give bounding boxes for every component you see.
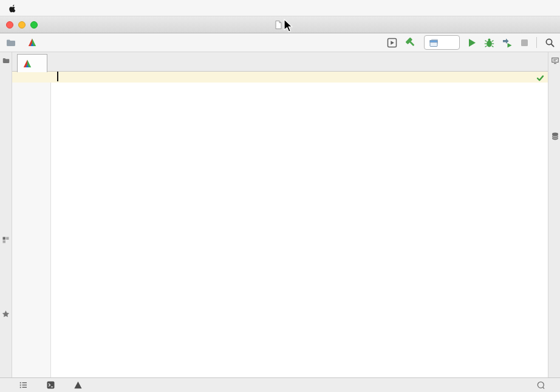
macos-menu-bar (0, 0, 560, 16)
toolbar-actions (387, 35, 555, 50)
event-log-icon (537, 381, 545, 390)
text-caret (57, 72, 58, 81)
tool-window-cmake[interactable] (74, 381, 86, 389)
run-configuration-select[interactable] (424, 35, 460, 50)
remote-host-icon (551, 57, 559, 64)
sidebar-item-remote-host[interactable] (549, 57, 560, 67)
apple-menu-icon[interactable] (9, 3, 16, 13)
document-icon (275, 21, 282, 29)
status-bar (0, 377, 560, 392)
favorites-star-icon (2, 310, 10, 318)
project-icon (2, 58, 10, 64)
database-icon (551, 132, 559, 140)
sidebar-item-structure[interactable] (0, 234, 12, 243)
close-window-button[interactable] (6, 21, 13, 29)
minimize-window-button[interactable] (18, 21, 26, 29)
folder-icon (6, 39, 16, 47)
right-tool-window-stripe (548, 52, 560, 377)
terminal-icon (47, 381, 55, 389)
breadcrumb (6, 38, 45, 47)
left-tool-window-stripe (0, 52, 12, 377)
coverage-icon[interactable] (502, 38, 513, 48)
code-editor[interactable] (12, 72, 548, 377)
todo-list-icon (19, 381, 27, 389)
debug-button[interactable] (484, 38, 494, 48)
sidebar-item-project[interactable] (0, 55, 12, 64)
window-title (275, 21, 285, 29)
zoom-window-button[interactable] (30, 21, 38, 29)
event-log-button[interactable] (537, 381, 549, 390)
build-hammer-icon[interactable] (405, 37, 416, 48)
cmake-icon (23, 59, 32, 68)
search-everywhere-icon[interactable] (545, 38, 555, 48)
toolbar-separator (536, 37, 537, 48)
inspection-ok-check-icon[interactable] (536, 74, 544, 82)
editor-gutter[interactable] (12, 72, 51, 377)
caret-line-highlight (12, 72, 548, 83)
sidebar-item-database[interactable] (549, 132, 560, 143)
tab-cmakelists[interactable] (17, 54, 47, 72)
structure-icon (2, 237, 9, 243)
run-anything-icon[interactable] (387, 38, 397, 48)
cmake-mono-icon (74, 381, 82, 389)
run-button[interactable] (468, 38, 476, 47)
navigation-toolbar (0, 33, 560, 52)
tool-window-terminal[interactable] (47, 381, 58, 389)
app-window-icon (429, 39, 439, 47)
traffic-lights (6, 21, 38, 29)
window-title-bar[interactable] (0, 16, 560, 33)
sidebar-item-favorites[interactable] (0, 307, 12, 318)
editor-tab-bar (12, 52, 548, 72)
stop-button[interactable] (521, 39, 528, 47)
tool-window-todo[interactable] (19, 381, 31, 389)
cmake-icon (28, 38, 36, 47)
